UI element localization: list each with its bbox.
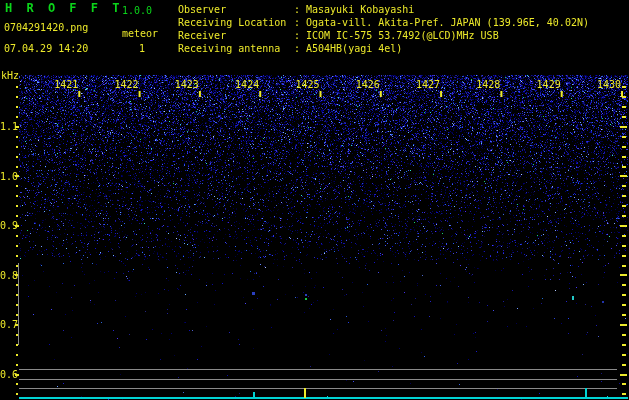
freq-label: 0.6 bbox=[0, 370, 16, 380]
receiving-antenna-row: Receiving antenna:A504HB(yagi 4el) bbox=[178, 43, 402, 54]
info-colon: : bbox=[294, 30, 302, 41]
freq-label: 1.1 bbox=[0, 122, 16, 132]
time-label: 1426 bbox=[354, 80, 380, 90]
receiving-location-row: Receiving Location:Ogata-vill. Akita-Pre… bbox=[178, 17, 589, 28]
datetime-label: 07.04.29 14:20 bbox=[4, 43, 88, 54]
time-label: 1427 bbox=[414, 80, 440, 90]
time-label: 1423 bbox=[173, 80, 199, 90]
freq-label: 0.7 bbox=[0, 320, 16, 330]
info-label: Receiver bbox=[178, 30, 294, 41]
info-value: ICOM IC-575 53.7492(@LCD)MHz USB bbox=[306, 30, 499, 41]
freq-label: 0.8 bbox=[0, 271, 16, 281]
time-label: 1428 bbox=[474, 80, 500, 90]
frequency-axis-unit-label: kHz bbox=[1, 70, 19, 81]
meteor-count: 1 bbox=[139, 43, 145, 54]
filename-label: 0704291420.png bbox=[4, 22, 88, 33]
time-label: 1430 bbox=[595, 80, 621, 90]
observer-row: Observer:Masayuki Kobayashi bbox=[178, 4, 414, 15]
app-version: 1.0.0 bbox=[122, 5, 152, 16]
time-label: 1429 bbox=[535, 80, 561, 90]
info-label: Receiving Location bbox=[178, 17, 294, 28]
info-value: Masayuki Kobayashi bbox=[306, 4, 414, 15]
info-colon: : bbox=[294, 4, 302, 15]
hrofft-screen: H R O F F T 1.0.0 0704291420.png meteor … bbox=[0, 0, 629, 400]
time-label: 1421 bbox=[52, 80, 78, 90]
info-colon: : bbox=[294, 43, 302, 54]
info-value: A504HB(yagi 4el) bbox=[306, 43, 402, 54]
time-label: 1425 bbox=[294, 80, 320, 90]
receiver-row: Receiver:ICOM IC-575 53.7492(@LCD)MHz US… bbox=[178, 30, 499, 41]
info-colon: : bbox=[294, 17, 302, 28]
freq-label: 1.0 bbox=[0, 172, 16, 182]
spectrogram-canvas bbox=[0, 0, 629, 400]
info-value: Ogata-vill. Akita-Pref. JAPAN (139.96E, … bbox=[306, 17, 589, 28]
time-label: 1424 bbox=[233, 80, 259, 90]
mode-label: meteor bbox=[122, 28, 158, 39]
info-label: Receiving antenna bbox=[178, 43, 294, 54]
freq-label: 0.9 bbox=[0, 221, 16, 231]
info-label: Observer bbox=[178, 4, 294, 15]
time-label: 1422 bbox=[113, 80, 139, 90]
app-title: H R O F F T bbox=[5, 3, 123, 14]
